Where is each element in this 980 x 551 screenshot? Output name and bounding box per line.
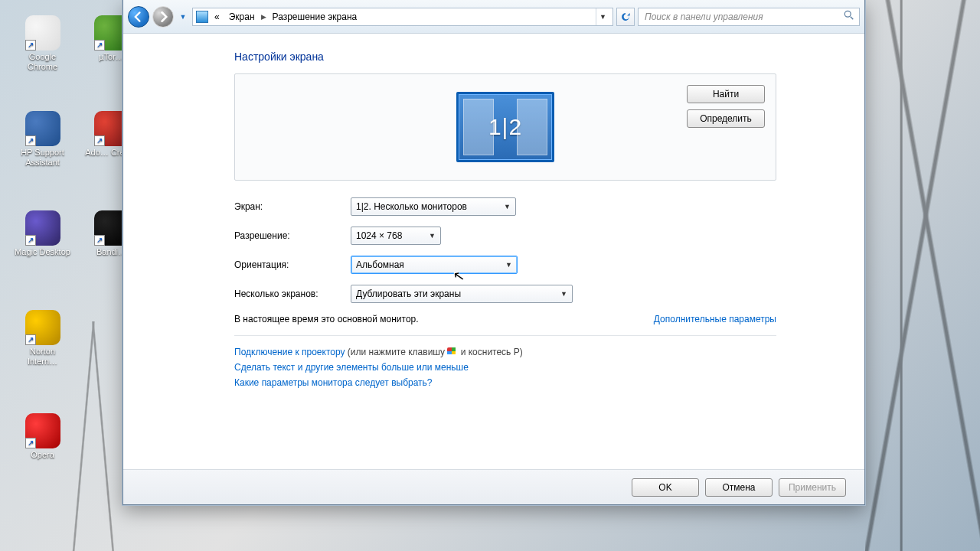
- orientation-combo[interactable]: Альбомная ▼: [351, 256, 518, 274]
- text-size-link[interactable]: Сделать текст и другие элементы больше и…: [234, 362, 776, 373]
- shortcut-overlay-icon: ↗: [94, 135, 105, 146]
- shortcut-overlay-icon: ↗: [94, 40, 105, 51]
- multiple-displays-value: Дублировать эти экраны: [356, 289, 556, 299]
- forward-button: [152, 6, 174, 28]
- address-dropdown[interactable]: ▼: [596, 8, 609, 25]
- resolution-label: Разрешение:: [234, 230, 351, 241]
- resolution-value: 1024 × 768: [356, 230, 424, 241]
- screen-label: Экран:: [234, 201, 351, 212]
- chevron-right-icon[interactable]: ▶: [261, 13, 266, 21]
- chevron-down-icon: ▼: [556, 290, 567, 298]
- desktop-shortcut[interactable]: ↗Google Chrome: [14, 15, 71, 72]
- breadcrumb-leaf[interactable]: Разрешение экрана: [270, 11, 361, 22]
- advanced-settings-link[interactable]: Дополнительные параметры: [654, 314, 776, 324]
- search-input[interactable]: [643, 11, 844, 23]
- detect-button[interactable]: Найти: [687, 85, 765, 103]
- control-panel-window: ▼ « Экран ▶ Разрешение экрана ▼ Настройк…: [122, 0, 865, 505]
- back-button[interactable]: [128, 6, 149, 28]
- desktop-shortcut-label: Norton Intern…: [14, 347, 71, 367]
- orientation-label: Ориентация:: [234, 259, 351, 270]
- chevron-down-icon: ▼: [499, 203, 511, 210]
- location-icon: [196, 11, 208, 23]
- primary-monitor-note: В настоящее время это основной монитор.: [234, 314, 419, 324]
- monitor-thumbnail[interactable]: 1|2: [456, 92, 554, 162]
- identify-button[interactable]: Определить: [687, 109, 765, 128]
- screen-value: 1|2. Несколько мониторов: [356, 201, 499, 212]
- desktop-shortcut[interactable]: ↗Norton Intern…: [14, 310, 71, 367]
- refresh-button[interactable]: [616, 8, 635, 26]
- desktop-shortcut[interactable]: ↗Magic Desktop: [14, 210, 71, 257]
- projector-line: Подключение к проектору (или нажмите кла…: [234, 347, 776, 357]
- shortcut-overlay-icon: ↗: [25, 334, 36, 345]
- shortcut-overlay-icon: ↗: [25, 135, 36, 146]
- shortcut-overlay-icon: ↗: [25, 40, 36, 51]
- search-box[interactable]: [638, 8, 860, 26]
- windows-key-icon: [447, 347, 458, 357]
- search-icon: [844, 10, 854, 23]
- settings-form: Экран: 1|2. Несколько мониторов ▼ Разреш…: [234, 197, 776, 303]
- page-title: Настройки экрана: [234, 51, 776, 63]
- cancel-button[interactable]: Отмена: [705, 478, 773, 497]
- monitor-id-label: 1|2: [488, 114, 522, 140]
- breadcrumb-prefix: «: [211, 11, 223, 22]
- desktop-shortcut[interactable]: ↗Opera: [14, 413, 71, 460]
- multiple-displays-combo[interactable]: Дублировать эти экраны ▼: [351, 285, 573, 303]
- projector-hint-a: (или нажмите клавишу: [345, 347, 448, 357]
- svg-line-1: [851, 17, 854, 20]
- desktop-shortcut-label: Opera: [14, 450, 71, 460]
- desktop-shortcut-label: HP Support Assistant: [14, 148, 71, 168]
- which-settings-link[interactable]: Какие параметры монитора следует выбрать…: [234, 377, 776, 388]
- content-area: Настройки экрана 1|2 Найти Определить Эк…: [123, 34, 864, 388]
- desktop-shortcut-label: Magic Desktop: [14, 247, 71, 257]
- resolution-combo[interactable]: 1024 × 768 ▼: [351, 227, 441, 245]
- nav-bar: ▼ « Экран ▶ Разрешение экрана ▼: [123, 0, 864, 34]
- dialog-footer: OK Отмена Применить: [123, 469, 864, 504]
- divider: [234, 335, 776, 336]
- breadcrumb-root[interactable]: Экран: [226, 11, 258, 22]
- ok-button[interactable]: OK: [632, 478, 699, 497]
- screen-combo[interactable]: 1|2. Несколько мониторов ▼: [351, 197, 516, 216]
- desktop-shortcut-label: Google Chrome: [14, 52, 71, 72]
- apply-button: Применить: [779, 478, 846, 497]
- desktop-shortcut[interactable]: ↗HP Support Assistant: [14, 111, 71, 168]
- projector-link[interactable]: Подключение к проектору: [234, 347, 345, 357]
- shortcut-overlay-icon: ↗: [25, 235, 36, 246]
- shortcut-overlay-icon: ↗: [25, 438, 36, 448]
- address-bar[interactable]: « Экран ▶ Разрешение экрана ▼: [192, 8, 613, 26]
- shortcut-overlay-icon: ↗: [94, 235, 105, 246]
- display-preview: 1|2 Найти Определить: [234, 73, 776, 181]
- orientation-value: Альбомная: [356, 259, 501, 270]
- chevron-down-icon: ▼: [424, 232, 436, 240]
- history-dropdown[interactable]: ▼: [177, 6, 189, 28]
- multiple-displays-label: Несколько экранов:: [234, 289, 351, 299]
- svg-point-0: [844, 11, 851, 17]
- chevron-down-icon: ▼: [501, 261, 512, 269]
- projector-hint-b: и коснитесь P): [458, 347, 522, 357]
